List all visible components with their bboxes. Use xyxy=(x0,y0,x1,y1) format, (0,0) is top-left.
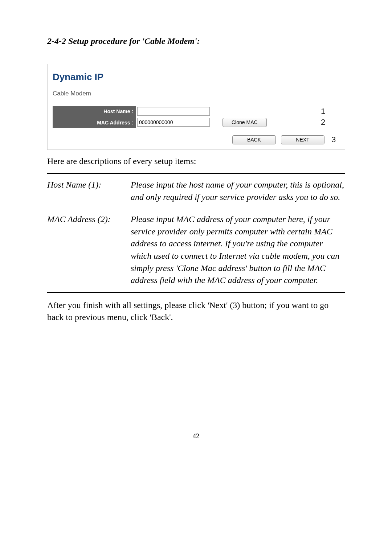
desc-item-label: Host Name (1): xyxy=(47,173,131,209)
host-name-row: Host Name : 1 xyxy=(53,106,342,117)
desc-item-text: Please input the host name of your compu… xyxy=(131,173,345,209)
clone-mac-cell: Clone MAC xyxy=(212,117,318,128)
next-button[interactable]: NEXT xyxy=(281,135,324,144)
dynamic-ip-panel: Dynamic IP Cable Modem Host Name : 1 MAC… xyxy=(47,64,345,150)
table-row: Host Name (1): Please input the host nam… xyxy=(47,173,345,209)
desc-item-text: Please input MAC address of your compute… xyxy=(131,208,345,292)
footer-text: After you finish with all settings, plea… xyxy=(47,299,345,324)
back-button[interactable]: BACK xyxy=(232,135,276,144)
table-row: MAC Address (2): Please input MAC addres… xyxy=(47,208,345,292)
desc-intro: Here are descriptions of every setup ite… xyxy=(47,156,345,166)
panel-title: Dynamic IP xyxy=(53,71,342,83)
desc-item-label: MAC Address (2): xyxy=(47,208,131,292)
host-name-label: Host Name : xyxy=(53,106,136,117)
mac-address-label: MAC Address : xyxy=(53,117,136,128)
section-title: 2-4-2 Setup procedure for 'Cable Modem': xyxy=(47,36,345,46)
row-marker-2: 2 xyxy=(318,117,328,128)
host-name-button-cell xyxy=(212,106,318,117)
page-number: 42 xyxy=(47,432,345,440)
row-marker-3: 3 xyxy=(328,135,339,144)
nav-buttons: BACK NEXT xyxy=(232,135,324,144)
row-marker-1: 1 xyxy=(318,106,328,117)
mac-address-row: MAC Address : Clone MAC 2 xyxy=(53,117,342,128)
mac-address-input[interactable] xyxy=(137,118,210,127)
host-name-input[interactable] xyxy=(137,107,210,116)
host-name-cell xyxy=(136,106,212,117)
desc-table: Host Name (1): Please input the host nam… xyxy=(47,173,345,293)
nav-row: BACK NEXT 3 xyxy=(53,135,342,144)
panel-subtitle: Cable Modem xyxy=(53,90,342,97)
clone-mac-button[interactable]: Clone MAC xyxy=(222,118,267,127)
mac-address-cell xyxy=(136,117,212,128)
